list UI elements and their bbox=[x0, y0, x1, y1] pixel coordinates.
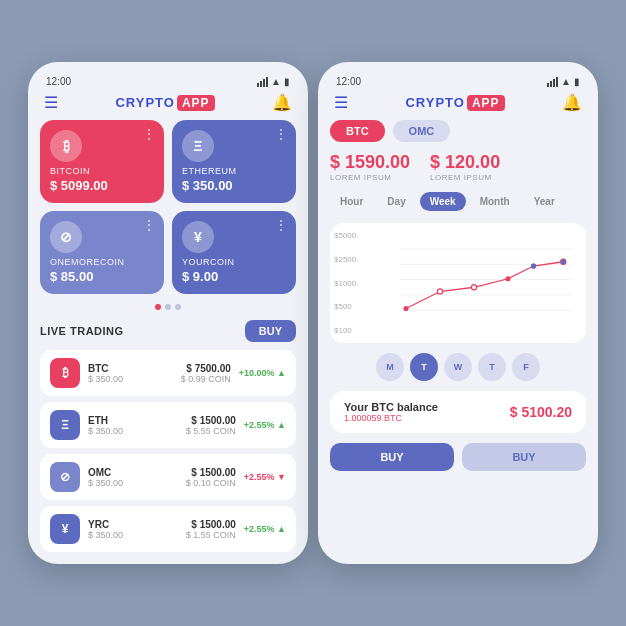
yrc-name: YOURCOIN bbox=[182, 257, 286, 267]
navbar-2: ☰ CRYPTOAPP 🔔 bbox=[330, 93, 586, 120]
day-tab-t2[interactable]: T bbox=[478, 353, 506, 381]
trading-item-omc[interactable]: ⊘ OMC $ 350.00 $ 1500.00 $ 0.10 COIN +2.… bbox=[40, 454, 296, 500]
ethereum-card[interactable]: ⋮ Ξ ETHEREUM $ 350.00 bbox=[172, 120, 296, 203]
svg-point-5 bbox=[403, 306, 408, 311]
buy-button-1[interactable]: BUY bbox=[245, 320, 296, 342]
svg-point-12 bbox=[561, 259, 566, 264]
eth-main-price: $ 1500.00 bbox=[186, 415, 236, 426]
day-tab-w[interactable]: W bbox=[444, 353, 472, 381]
menu-icon[interactable]: ☰ bbox=[44, 93, 58, 112]
y-label-5000: $5000 bbox=[334, 231, 356, 240]
card-dots-4[interactable]: ⋮ bbox=[274, 217, 288, 233]
wifi-icon-2: ▲ bbox=[561, 76, 571, 87]
bitcoin-name: BITCOIN bbox=[50, 166, 154, 176]
card-dots-1[interactable]: ⋮ bbox=[142, 126, 156, 142]
yrc-icon: ¥ bbox=[182, 221, 214, 253]
trading-item-eth[interactable]: Ξ ETH $ 350.00 $ 1500.00 $ 5.55 COIN +2.… bbox=[40, 402, 296, 448]
day-tab-m[interactable]: M bbox=[376, 353, 404, 381]
coin-tab-btc[interactable]: BTC bbox=[330, 120, 385, 142]
yrc-trade-price: $ 1500.00 $ 1.55 COIN bbox=[186, 519, 236, 540]
day-tab-group: M T W T F bbox=[330, 353, 586, 381]
menu-icon-2[interactable]: ☰ bbox=[334, 93, 348, 112]
eth-change: +2.55% ▲ bbox=[244, 420, 286, 430]
balance-item-2: $ 120.00 LOREM IPSUM bbox=[430, 152, 500, 182]
day-tab-f[interactable]: F bbox=[512, 353, 540, 381]
yrc-trade-icon: ¥ bbox=[50, 514, 80, 544]
eth-coin-price: $ 5.55 COIN bbox=[186, 426, 236, 436]
status-bar-2: 12:00 ▲ ▮ bbox=[330, 74, 586, 93]
balance-item-1: $ 1590.00 LOREM IPSUM bbox=[330, 152, 410, 182]
time-tab-day[interactable]: Day bbox=[377, 192, 415, 211]
yrc-main-price: $ 1500.00 bbox=[186, 519, 236, 530]
omc-trade-price: $ 1500.00 $ 0.10 COIN bbox=[186, 467, 236, 488]
yrc-trade-name: YRC bbox=[88, 519, 178, 530]
trading-item-yrc[interactable]: ¥ YRC $ 350.00 $ 1500.00 $ 1.55 COIN +2.… bbox=[40, 506, 296, 552]
omc-card[interactable]: ⋮ ⊘ ONEMORECOIN $ 85.00 bbox=[40, 211, 164, 294]
action-buttons: BUY BUY bbox=[330, 443, 586, 471]
dot-1 bbox=[155, 304, 161, 310]
ethereum-icon: Ξ bbox=[182, 130, 214, 162]
dot-3 bbox=[175, 304, 181, 310]
y-label-500: $500 bbox=[334, 302, 356, 311]
bitcoin-price: $ 5099.00 bbox=[50, 178, 154, 193]
bitcoin-card[interactable]: ⋮ ₿ BITCOIN $ 5099.00 bbox=[40, 120, 164, 203]
time-1: 12:00 bbox=[46, 76, 71, 87]
time-tab-week[interactable]: Week bbox=[420, 192, 466, 211]
time-tab-group: Hour Day Week Month Year bbox=[330, 192, 586, 211]
y-label-2500: $2500 bbox=[334, 255, 356, 264]
btc-name: BTC bbox=[88, 363, 173, 374]
trading-item-btc[interactable]: ₿ BTC $ 350.00 $ 7500.00 $ 0.99 COIN +10… bbox=[40, 350, 296, 396]
signal-icon-2 bbox=[547, 77, 558, 87]
y-label-100: $100 bbox=[334, 326, 356, 335]
bell-icon-2[interactable]: 🔔 bbox=[562, 93, 582, 112]
svg-point-11 bbox=[531, 263, 536, 268]
eth-sub: $ 350.00 bbox=[88, 426, 178, 436]
live-trading-label: LIVE TRADING bbox=[40, 325, 124, 337]
balance-row: $ 1590.00 LOREM IPSUM $ 120.00 LOREM IPS… bbox=[330, 152, 586, 182]
omc-trade-icon: ⊘ bbox=[50, 462, 80, 492]
eth-info: ETH $ 350.00 bbox=[88, 415, 178, 436]
btc-price: $ 7500.00 $ 0.99 COIN bbox=[181, 363, 231, 384]
card-dots-3[interactable]: ⋮ bbox=[142, 217, 156, 233]
yrc-card[interactable]: ⋮ ¥ YOURCOIN $ 9.00 bbox=[172, 211, 296, 294]
btc-balance-info: Your BTC balance 1.000059 BTC bbox=[344, 401, 438, 423]
coin-tab-omc[interactable]: OMC bbox=[393, 120, 451, 142]
buy-button-secondary[interactable]: BUY bbox=[462, 443, 586, 471]
btc-main-price: $ 7500.00 bbox=[181, 363, 231, 374]
phone-1: 12:00 ▲ ▮ ☰ CRYPTOAPP 🔔 ⋮ ₿ BITCOIN $ bbox=[28, 62, 308, 564]
status-icons-1: ▲ ▮ bbox=[257, 76, 290, 87]
time-tab-hour[interactable]: Hour bbox=[330, 192, 373, 211]
battery-icon: ▮ bbox=[284, 76, 290, 87]
logo-2: CRYPTOAPP bbox=[405, 95, 504, 110]
btc-coin-price: $ 0.99 COIN bbox=[181, 374, 231, 384]
btc-icon: ₿ bbox=[50, 358, 80, 388]
phone-2: 12:00 ▲ ▮ ☰ CRYPTOAPP 🔔 BTC OMC $ bbox=[318, 62, 598, 564]
card-dots-2[interactable]: ⋮ bbox=[274, 126, 288, 142]
svg-point-6 bbox=[437, 289, 442, 294]
yrc-price: $ 9.00 bbox=[182, 269, 286, 284]
y-label-1000: $1000 bbox=[334, 279, 356, 288]
time-tab-year[interactable]: Year bbox=[524, 192, 565, 211]
balance-label-1: LOREM IPSUM bbox=[330, 173, 410, 182]
btc-balance-title: Your BTC balance bbox=[344, 401, 438, 413]
balance-amount-1: $ 1590.00 bbox=[330, 152, 410, 173]
bell-icon-1[interactable]: 🔔 bbox=[272, 93, 292, 112]
omc-name: ONEMORECOIN bbox=[50, 257, 154, 267]
crypto-cards: ⋮ ₿ BITCOIN $ 5099.00 ⋮ Ξ ETHEREUM $ 350… bbox=[40, 120, 296, 294]
omc-price: $ 85.00 bbox=[50, 269, 154, 284]
btc-change: +10.00% ▲ bbox=[239, 368, 286, 378]
chart-svg bbox=[340, 233, 576, 333]
time-tab-month[interactable]: Month bbox=[470, 192, 520, 211]
btc-balance-sub: 1.000059 BTC bbox=[344, 413, 438, 423]
battery-icon-2: ▮ bbox=[574, 76, 580, 87]
btc-balance-usd: $ 5100.20 bbox=[510, 404, 572, 420]
omc-icon: ⊘ bbox=[50, 221, 82, 253]
buy-button-primary[interactable]: BUY bbox=[330, 443, 454, 471]
balance-label-2: LOREM IPSUM bbox=[430, 173, 500, 182]
trading-list: ₿ BTC $ 350.00 $ 7500.00 $ 0.99 COIN +10… bbox=[40, 350, 296, 552]
coin-tab-group: BTC OMC bbox=[330, 120, 586, 142]
day-tab-t1[interactable]: T bbox=[410, 353, 438, 381]
omc-coin-price: $ 0.10 COIN bbox=[186, 478, 236, 488]
live-trading-bar: LIVE TRADING BUY bbox=[40, 320, 296, 342]
eth-price: $ 1500.00 $ 5.55 COIN bbox=[186, 415, 236, 436]
